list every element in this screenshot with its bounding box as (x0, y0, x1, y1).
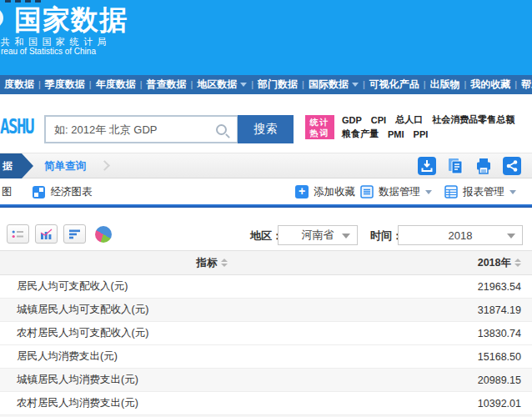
hot-word[interactable]: PPI (414, 129, 429, 139)
nav-item[interactable]: 地区数据 (193, 78, 251, 92)
list-view-icon (12, 229, 24, 239)
nav-item[interactable]: 国际数据 (304, 78, 363, 92)
hot-words-list: GDPCPI总人口社会消费品零售总额 粮食产量PMIPPI (342, 113, 514, 141)
hot-words-line2: 粮食产量PMIPPI (342, 127, 514, 141)
hot-word[interactable]: 总人口 (395, 113, 423, 126)
value-header-label: 2018年 (478, 256, 511, 270)
bar-chart-icon (40, 229, 53, 239)
region-value: 河南省 (302, 228, 334, 243)
horizontal-bar-icon (69, 229, 81, 239)
economic-charts-tab[interactable]: 经济图表 (51, 185, 93, 199)
data-manage-icon (360, 185, 374, 198)
clipped-tab-label[interactable]: 图 (2, 185, 13, 199)
breadcrumb-root-label: 据 (3, 160, 13, 172)
nav-item[interactable]: 年度数据 (92, 78, 140, 92)
hot-word[interactable]: 粮食产量 (342, 128, 379, 140)
table-row[interactable]: 城镇居民人均可支配收入(元)31874.19 (0, 299, 532, 322)
copy-report-button[interactable] (446, 157, 464, 175)
value-cell: 31874.19 (415, 304, 532, 316)
add-favorite-icon: + (295, 185, 309, 198)
table-row[interactable]: 城镇居民人均消费支出(元)20989.15 (0, 369, 532, 392)
value-column-header[interactable]: 2018年 (424, 256, 532, 270)
search-box (44, 115, 238, 143)
breadcrumb-current[interactable]: 简单查询 (44, 153, 86, 178)
indicator-header-label: 指标 (197, 256, 218, 270)
hot-word[interactable]: PMI (388, 129, 404, 139)
indicator-column-header[interactable]: 指标 (0, 256, 424, 270)
pie-chart-view-button[interactable] (95, 226, 112, 243)
hot-words-line1: GDPCPI总人口社会消费品零售总额 (342, 113, 514, 127)
chevron-down-icon (352, 83, 359, 87)
sort-icon[interactable] (514, 259, 521, 267)
search-icon (216, 124, 227, 135)
nav-item[interactable]: 我的收藏 (466, 78, 514, 92)
value-cell: 15168.50 (415, 351, 532, 363)
download-button[interactable] (418, 157, 436, 175)
print-icon (474, 157, 493, 175)
value-cell: 13830.74 (415, 328, 532, 339)
site-title: 国家数据 (14, 2, 128, 39)
indicator-cell: 农村居民人均可支配收入(元) (0, 326, 415, 340)
sort-icon[interactable] (221, 259, 228, 267)
table-view-button[interactable] (7, 224, 29, 244)
value-cell: 20989.15 (415, 374, 532, 386)
time-select[interactable]: 2018 (398, 225, 523, 245)
add-favorite-button[interactable]: 添加收藏 (314, 185, 355, 199)
data-manage-button[interactable]: 数据管理 (379, 185, 420, 199)
nav-item[interactable]: 普查数据 (142, 78, 190, 92)
breadcrumb-bar: 据 简单查询 (0, 153, 532, 178)
data-table: 指标 2018年 居民人均可支配收入(元)21963.54城镇居民人均可支配收入… (0, 250, 532, 417)
table-row[interactable]: 农村居民人均可支配收入(元)13830.74 (0, 322, 532, 345)
indicator-cell: 城镇居民人均消费支出(元) (0, 373, 415, 387)
table-row[interactable]: 居民人均消费支出(元)15168.50 (0, 345, 532, 369)
report-manage-icon (444, 185, 458, 198)
search-button[interactable]: 搜索 (238, 115, 294, 143)
time-value: 2018 (449, 229, 473, 242)
site-header: 国家数据 共和国国家统计局 reau of Statistics of Chin… (0, 0, 532, 75)
chevron-down-icon (507, 234, 515, 239)
nav-item[interactable]: 出版物 (426, 78, 464, 92)
indicator-cell: 农村居民人均消费支出(元) (0, 396, 415, 410)
table-row[interactable]: 农村居民人均消费支出(元)10392.01 (0, 392, 532, 415)
chevron-down-icon (240, 83, 247, 87)
hot-word[interactable]: CPI (371, 115, 386, 125)
print-button[interactable] (474, 157, 493, 175)
chevron-down-icon (509, 190, 516, 194)
site-subtitle-en: reau of Statistics of China (1, 47, 96, 56)
hot-badge-line1: 统计 (305, 117, 334, 128)
table-row[interactable]: 居民人均可支配收入(元)21963.54 (0, 275, 532, 299)
nav-item[interactable]: 帮助 (517, 78, 532, 92)
economic-charts-icon (33, 186, 45, 198)
action-buttons (418, 157, 521, 175)
data-wordmark-logo: ASHU (0, 115, 33, 138)
nav-item[interactable]: 度数据 (0, 78, 38, 92)
toolbar-right-group: + 添加收藏 数据管理 报表管理 (295, 185, 524, 199)
breadcrumb-root-tab[interactable]: 据 (0, 153, 33, 178)
hot-words-badge: 统计 热词 (305, 115, 334, 139)
bar-chart-view-button[interactable] (35, 224, 58, 244)
share-button[interactable] (503, 157, 521, 175)
value-cell: 21963.54 (415, 281, 532, 293)
nav-item[interactable]: 季度数据 (41, 78, 89, 92)
search-input[interactable] (46, 123, 216, 136)
indicator-cell: 城镇居民人均可支配收入(元) (0, 303, 415, 317)
copy-icon (446, 157, 464, 175)
table-body: 居民人均可支配收入(元)21963.54城镇居民人均可支配收入(元)31874.… (0, 275, 532, 415)
chevron-down-icon (342, 234, 350, 239)
region-select[interactable]: 河南省 (278, 225, 358, 245)
hot-word[interactable]: GDP (342, 115, 362, 125)
table-header: 指标 2018年 (0, 250, 532, 275)
value-cell: 10392.01 (415, 398, 532, 409)
filter-row: 地区： 河南省 时间： 2018 (0, 208, 532, 250)
chevron-right-icon (99, 160, 110, 171)
share-icon (503, 157, 521, 175)
main-nav: 度数据|季度数据|年度数据|普查数据|地区数据|部门数据|国际数据|可视化产品|… (0, 75, 532, 94)
toolbar-row: 图 经济图表 + 添加收藏 数据管理 报表管理 (0, 179, 532, 204)
search-section: ASHU 搜索 统计 热词 GDPCPI总人口社会消费品零售总额 粮食产量PMI… (0, 94, 532, 153)
report-manage-button[interactable]: 报表管理 (463, 185, 504, 199)
nav-item[interactable]: 部门数据 (253, 78, 302, 92)
hbar-chart-view-button[interactable] (63, 224, 86, 244)
nav-item[interactable]: 可视化产品 (365, 78, 424, 92)
hot-word[interactable]: 社会消费品零售总额 (432, 113, 514, 126)
download-icon (418, 157, 436, 175)
